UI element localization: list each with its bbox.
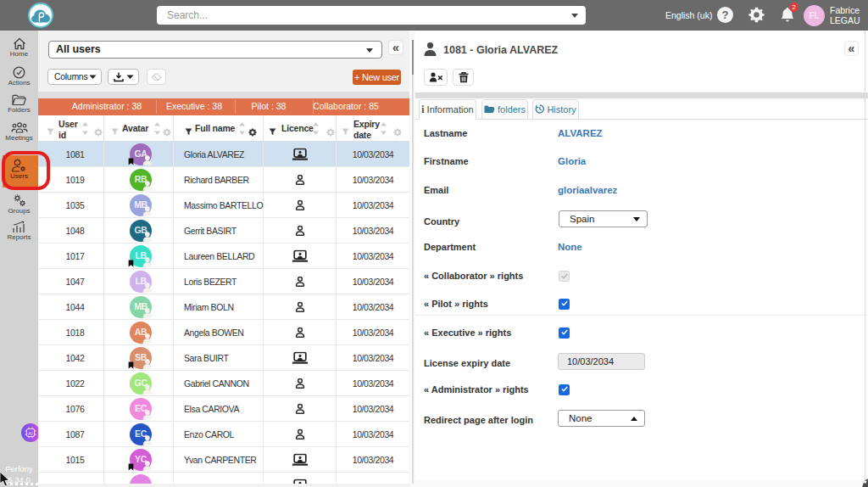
svg-text:AI: AI	[28, 431, 33, 436]
